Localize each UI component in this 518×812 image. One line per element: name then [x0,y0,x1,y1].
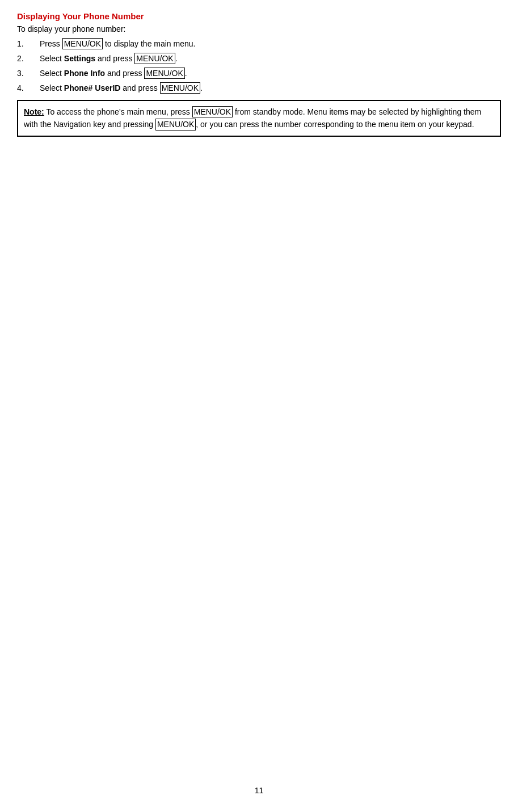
page-content: Displaying Your Phone Number To display … [0,0,518,171]
menu-ok-box-3: MENU/OK [144,68,184,79]
step-item-3: 3. Select Phone Info and press MENU/OK. [17,68,501,79]
settings-bold: Settings [64,54,95,63]
step-item-2: 2. Select Settings and press MENU/OK. [17,53,501,65]
step-text-2: Select Settings and press MENU/OK. [40,53,501,65]
step-item-4: 4. Select Phone# UserID and press MENU/O… [17,82,501,94]
step-num-4: 4. [17,82,40,94]
note-menu-ok-2: MENU/OK [155,119,196,130]
step-text-4: Select Phone# UserID and press MENU/OK. [40,82,501,94]
page-title: Displaying Your Phone Number [17,11,501,21]
note-box: Note: To access the phone’s main menu, p… [17,100,501,137]
step-num-1: 1. [17,38,40,50]
intro-text: To display your phone number: [17,24,501,33]
steps-list: 1. Press MENU/OK to display the main men… [17,38,501,94]
phone-userid-bold: Phone# UserID [64,83,121,92]
phone-info-bold: Phone Info [64,69,105,78]
menu-ok-box-1: MENU/OK [62,38,103,49]
menu-ok-box-4: MENU/OK [160,82,200,94]
step-text-1: Press MENU/OK to display the main menu. [40,38,501,50]
note-label: Note: [24,107,44,116]
step-text-3: Select Phone Info and press MENU/OK. [40,68,501,79]
note-menu-ok-1: MENU/OK [192,106,233,117]
menu-ok-box-2: MENU/OK [134,53,175,64]
step-num-2: 2. [17,53,40,65]
note-text-end: , or you can press the number correspond… [196,120,474,129]
step-num-3: 3. [17,68,40,79]
page-number: 11 [255,786,264,795]
note-text-before: To access the phone’s main menu, press [44,107,192,116]
step-item-1: 1. Press MENU/OK to display the main men… [17,38,501,50]
